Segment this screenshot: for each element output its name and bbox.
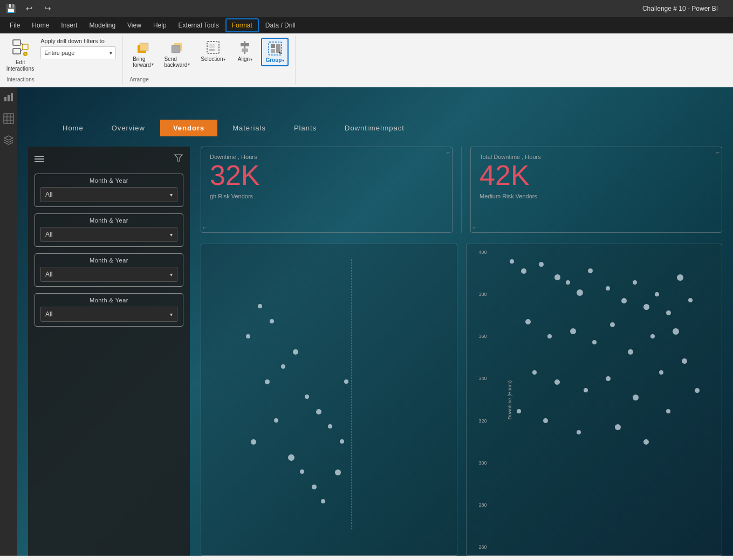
svg-rect-21 <box>4 97 6 101</box>
main-canvas: Home Overview Vendors Materials Plants D… <box>17 87 733 556</box>
nav-tab-materials[interactable]: Materials <box>220 120 279 136</box>
canvas-area: Home Overview Vendors Materials Plants D… <box>0 87 733 556</box>
filter-panel-header <box>35 153 183 165</box>
window-title: Challenge # 10 - Power BI <box>642 5 718 12</box>
filter-card-3: Month & Year All ▾ <box>35 253 183 287</box>
y-label-340: 340 <box>468 376 487 381</box>
menu-home[interactable]: Home <box>26 19 54 31</box>
filter-icon[interactable] <box>174 153 183 165</box>
sidebar-table-icon[interactable] <box>3 113 14 126</box>
menu-format[interactable]: Format <box>225 18 259 32</box>
menu-modeling[interactable]: Modeling <box>84 19 121 31</box>
chart-divider-line <box>351 259 352 529</box>
align-label: Align <box>238 56 250 62</box>
nav-tab-vendors[interactable]: Vendors <box>160 120 217 136</box>
hamburger-menu-icon[interactable] <box>35 156 44 162</box>
arrange-section-label: Arrange <box>129 74 289 82</box>
menu-file[interactable]: File <box>4 19 25 31</box>
send-backward-label: Sendbackward <box>165 56 188 68</box>
svg-rect-16 <box>242 49 248 52</box>
undo-button[interactable]: ↩ <box>23 2 36 15</box>
edit-interactions-label: Edit interactions <box>6 59 34 72</box>
svg-rect-13 <box>209 49 215 51</box>
filter-4-value: All <box>45 310 52 318</box>
selection-icon <box>205 40 221 55</box>
bring-forward-button[interactable]: Bringforward ▾ <box>129 38 156 70</box>
filter-1-title: Month & Year <box>40 177 177 184</box>
quickaccess-bar: 💾 ↩ ↪ Challenge # 10 - Power BI <box>0 0 733 17</box>
filter-card-1: Month & Year All ▾ <box>35 174 183 207</box>
filter-3-value: All <box>45 271 52 278</box>
group-icon <box>268 41 283 56</box>
drill-filter-area: Apply drill down filters to Entire page … <box>40 38 116 59</box>
kpi-area: ⌐ Downtime , Hours 32K gh Risk Vendors ⌐… <box>201 147 722 233</box>
svg-rect-1 <box>13 49 20 54</box>
y-axis-right: 400 380 360 340 320 300 280 260 <box>467 244 488 555</box>
bring-forward-icon <box>135 40 150 55</box>
y-label-300: 300 <box>468 460 487 466</box>
svg-rect-19 <box>271 49 275 53</box>
nav-tabs: Home Overview Vendors Materials Plants D… <box>50 120 417 136</box>
filter-2-value: All <box>45 231 52 238</box>
arrange-section: Bringforward ▾ Sendbackward ▾ <box>123 36 296 85</box>
scatter-plot-left <box>223 244 457 544</box>
scatter-plot-right <box>499 244 722 544</box>
redo-button[interactable]: ↪ <box>41 2 54 15</box>
svg-rect-23 <box>11 93 13 101</box>
nav-tab-home[interactable]: Home <box>50 120 97 136</box>
filter-2-arrow-icon: ▾ <box>170 232 173 238</box>
selection-button[interactable]: Selection ▾ <box>197 38 229 64</box>
sidebar-layers-icon[interactable] <box>3 135 14 148</box>
chart-container-right: 400 380 360 340 320 300 280 260 Downtime… <box>466 244 723 556</box>
send-backward-dropdown-icon[interactable]: ▾ <box>188 62 190 67</box>
y-label-280: 280 <box>468 502 487 508</box>
interactions-section-label: Interactions <box>6 74 116 82</box>
svg-rect-8 <box>140 43 148 51</box>
kpi-card-left: ⌐ Downtime , Hours 32K gh Risk Vendors ⌐ <box>201 147 453 233</box>
chart-container-left <box>201 244 457 556</box>
svg-rect-20 <box>276 44 280 53</box>
menu-insert[interactable]: Insert <box>56 19 83 31</box>
kpi-left-value: 32K <box>210 160 443 191</box>
group-button[interactable]: Group ▾ <box>261 38 289 66</box>
filter-1-arrow-icon: ▾ <box>170 192 173 198</box>
drill-filter-label: Apply drill down filters to <box>40 38 116 44</box>
align-dropdown-icon[interactable]: ▾ <box>250 57 252 62</box>
corner-marker-br: ⌐ <box>203 224 207 230</box>
align-icon <box>237 40 252 55</box>
filter-1-value: All <box>45 191 52 198</box>
filter-2-dropdown[interactable]: All ▾ <box>40 227 177 242</box>
filter-3-dropdown[interactable]: All ▾ <box>40 267 177 282</box>
kpi-right-value: 42K <box>479 160 713 191</box>
ribbon: ✎ Edit interactions Apply drill down fil… <box>0 33 733 87</box>
edit-interactions-button[interactable]: ✎ Edit interactions <box>6 38 34 72</box>
nav-tab-plants[interactable]: Plants <box>281 120 330 136</box>
send-backward-button[interactable]: Sendbackward ▾ <box>161 38 194 70</box>
filter-4-dropdown[interactable]: All ▾ <box>40 307 177 322</box>
selection-label: Selection <box>201 56 223 62</box>
svg-rect-15 <box>241 43 249 46</box>
nav-tab-downtimeimpact[interactable]: DowntimeImpact <box>332 120 417 136</box>
menu-external-tools[interactable]: External Tools <box>173 19 224 31</box>
svg-rect-12 <box>209 44 215 48</box>
selection-dropdown-icon[interactable]: ▾ <box>223 57 225 62</box>
bring-forward-dropdown-icon[interactable]: ▾ <box>152 62 154 67</box>
filter-card-4: Month & Year All ▾ <box>35 293 183 327</box>
menu-view[interactable]: View <box>122 19 147 31</box>
align-button[interactable]: Align ▾ <box>233 38 257 64</box>
y-label-380: 380 <box>468 292 487 297</box>
menu-data-drill[interactable]: Data / Drill <box>260 19 301 31</box>
menu-help[interactable]: Help <box>148 19 172 31</box>
svg-rect-24 <box>4 114 13 123</box>
y-label-400: 400 <box>468 250 487 255</box>
kpi-right-sublabel: Medium Risk Vendors <box>479 193 713 199</box>
svg-rect-10 <box>172 45 180 53</box>
filter-3-arrow-icon: ▾ <box>170 272 173 278</box>
group-dropdown-icon[interactable]: ▾ <box>282 58 284 63</box>
nav-tab-overview[interactable]: Overview <box>99 120 158 136</box>
drill-filter-dropdown[interactable]: Entire page ▾ <box>40 46 116 59</box>
filter-1-dropdown[interactable]: All ▾ <box>40 187 177 202</box>
corner-marker-tl-right: ⌐ <box>716 149 720 155</box>
sidebar-bar-chart-icon[interactable] <box>3 92 14 105</box>
save-button[interactable]: 💾 <box>4 2 17 15</box>
